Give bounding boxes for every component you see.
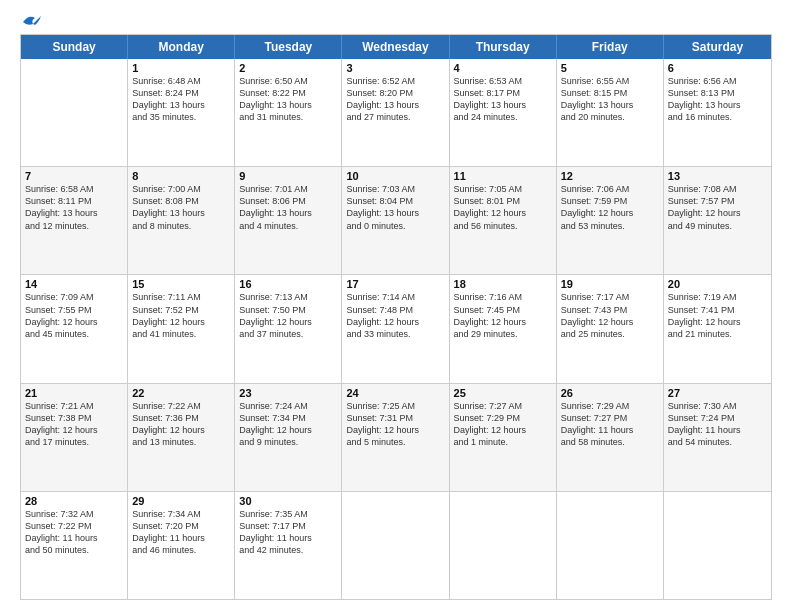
cell-daylight-info: Sunrise: 6:53 AM Sunset: 8:17 PM Dayligh… [454,75,552,124]
cell-daylight-info: Sunrise: 6:48 AM Sunset: 8:24 PM Dayligh… [132,75,230,124]
cell-daylight-info: Sunrise: 7:27 AM Sunset: 7:29 PM Dayligh… [454,400,552,449]
calendar-cell: 20Sunrise: 7:19 AM Sunset: 7:41 PM Dayli… [664,275,771,382]
cell-day-number: 11 [454,170,552,182]
cell-daylight-info: Sunrise: 7:16 AM Sunset: 7:45 PM Dayligh… [454,291,552,340]
calendar-cell: 14Sunrise: 7:09 AM Sunset: 7:55 PM Dayli… [21,275,128,382]
cell-daylight-info: Sunrise: 7:06 AM Sunset: 7:59 PM Dayligh… [561,183,659,232]
cell-day-number: 12 [561,170,659,182]
cell-daylight-info: Sunrise: 7:05 AM Sunset: 8:01 PM Dayligh… [454,183,552,232]
logo-bird-icon [21,12,43,30]
cell-day-number: 26 [561,387,659,399]
cell-day-number: 14 [25,278,123,290]
cell-day-number: 29 [132,495,230,507]
calendar-cell: 12Sunrise: 7:06 AM Sunset: 7:59 PM Dayli… [557,167,664,274]
calendar-cell: 29Sunrise: 7:34 AM Sunset: 7:20 PM Dayli… [128,492,235,599]
cell-day-number: 16 [239,278,337,290]
cell-daylight-info: Sunrise: 6:55 AM Sunset: 8:15 PM Dayligh… [561,75,659,124]
calendar-cell: 5Sunrise: 6:55 AM Sunset: 8:15 PM Daylig… [557,59,664,166]
calendar-cell: 13Sunrise: 7:08 AM Sunset: 7:57 PM Dayli… [664,167,771,274]
calendar-cell: 15Sunrise: 7:11 AM Sunset: 7:52 PM Dayli… [128,275,235,382]
cell-day-number: 22 [132,387,230,399]
header-cell-friday: Friday [557,35,664,59]
cell-daylight-info: Sunrise: 7:11 AM Sunset: 7:52 PM Dayligh… [132,291,230,340]
calendar-cell: 18Sunrise: 7:16 AM Sunset: 7:45 PM Dayli… [450,275,557,382]
cell-day-number: 19 [561,278,659,290]
calendar-cell: 26Sunrise: 7:29 AM Sunset: 7:27 PM Dayli… [557,384,664,491]
cell-day-number: 3 [346,62,444,74]
calendar-row: 1Sunrise: 6:48 AM Sunset: 8:24 PM Daylig… [21,59,771,167]
cell-day-number: 4 [454,62,552,74]
cell-day-number: 8 [132,170,230,182]
page-header [20,16,772,26]
calendar-row: 28Sunrise: 7:32 AM Sunset: 7:22 PM Dayli… [21,492,771,599]
cell-day-number: 27 [668,387,767,399]
calendar-cell: 16Sunrise: 7:13 AM Sunset: 7:50 PM Dayli… [235,275,342,382]
calendar-cell: 3Sunrise: 6:52 AM Sunset: 8:20 PM Daylig… [342,59,449,166]
cell-day-number: 2 [239,62,337,74]
cell-day-number: 21 [25,387,123,399]
cell-day-number: 13 [668,170,767,182]
calendar-cell: 2Sunrise: 6:50 AM Sunset: 8:22 PM Daylig… [235,59,342,166]
cell-day-number: 23 [239,387,337,399]
calendar-cell: 25Sunrise: 7:27 AM Sunset: 7:29 PM Dayli… [450,384,557,491]
cell-daylight-info: Sunrise: 6:50 AM Sunset: 8:22 PM Dayligh… [239,75,337,124]
cell-day-number: 10 [346,170,444,182]
cell-daylight-info: Sunrise: 7:25 AM Sunset: 7:31 PM Dayligh… [346,400,444,449]
calendar-cell: 8Sunrise: 7:00 AM Sunset: 8:08 PM Daylig… [128,167,235,274]
cell-daylight-info: Sunrise: 7:01 AM Sunset: 8:06 PM Dayligh… [239,183,337,232]
cell-daylight-info: Sunrise: 7:24 AM Sunset: 7:34 PM Dayligh… [239,400,337,449]
cell-daylight-info: Sunrise: 7:03 AM Sunset: 8:04 PM Dayligh… [346,183,444,232]
cell-daylight-info: Sunrise: 6:58 AM Sunset: 8:11 PM Dayligh… [25,183,123,232]
logo [20,16,43,26]
cell-daylight-info: Sunrise: 7:09 AM Sunset: 7:55 PM Dayligh… [25,291,123,340]
cell-day-number: 7 [25,170,123,182]
calendar-cell: 6Sunrise: 6:56 AM Sunset: 8:13 PM Daylig… [664,59,771,166]
cell-daylight-info: Sunrise: 7:14 AM Sunset: 7:48 PM Dayligh… [346,291,444,340]
calendar-cell: 24Sunrise: 7:25 AM Sunset: 7:31 PM Dayli… [342,384,449,491]
cell-daylight-info: Sunrise: 7:13 AM Sunset: 7:50 PM Dayligh… [239,291,337,340]
calendar-cell: 23Sunrise: 7:24 AM Sunset: 7:34 PM Dayli… [235,384,342,491]
calendar-cell: 27Sunrise: 7:30 AM Sunset: 7:24 PM Dayli… [664,384,771,491]
cell-daylight-info: Sunrise: 6:52 AM Sunset: 8:20 PM Dayligh… [346,75,444,124]
calendar-cell: 10Sunrise: 7:03 AM Sunset: 8:04 PM Dayli… [342,167,449,274]
cell-daylight-info: Sunrise: 7:32 AM Sunset: 7:22 PM Dayligh… [25,508,123,557]
calendar-cell [342,492,449,599]
calendar-row: 7Sunrise: 6:58 AM Sunset: 8:11 PM Daylig… [21,167,771,275]
calendar-row: 14Sunrise: 7:09 AM Sunset: 7:55 PM Dayli… [21,275,771,383]
cell-day-number: 25 [454,387,552,399]
cell-daylight-info: Sunrise: 7:08 AM Sunset: 7:57 PM Dayligh… [668,183,767,232]
calendar-cell [21,59,128,166]
calendar-row: 21Sunrise: 7:21 AM Sunset: 7:38 PM Dayli… [21,384,771,492]
calendar-header: SundayMondayTuesdayWednesdayThursdayFrid… [21,35,771,59]
cell-daylight-info: Sunrise: 7:30 AM Sunset: 7:24 PM Dayligh… [668,400,767,449]
cell-day-number: 18 [454,278,552,290]
calendar-cell: 22Sunrise: 7:22 AM Sunset: 7:36 PM Dayli… [128,384,235,491]
calendar-cell [557,492,664,599]
calendar-cell: 21Sunrise: 7:21 AM Sunset: 7:38 PM Dayli… [21,384,128,491]
calendar-cell: 28Sunrise: 7:32 AM Sunset: 7:22 PM Dayli… [21,492,128,599]
cell-day-number: 24 [346,387,444,399]
calendar-cell: 9Sunrise: 7:01 AM Sunset: 8:06 PM Daylig… [235,167,342,274]
cell-day-number: 28 [25,495,123,507]
cell-daylight-info: Sunrise: 7:22 AM Sunset: 7:36 PM Dayligh… [132,400,230,449]
header-cell-sunday: Sunday [21,35,128,59]
calendar-cell [664,492,771,599]
calendar-cell: 7Sunrise: 6:58 AM Sunset: 8:11 PM Daylig… [21,167,128,274]
cell-daylight-info: Sunrise: 7:29 AM Sunset: 7:27 PM Dayligh… [561,400,659,449]
calendar-cell: 19Sunrise: 7:17 AM Sunset: 7:43 PM Dayli… [557,275,664,382]
calendar-cell: 17Sunrise: 7:14 AM Sunset: 7:48 PM Dayli… [342,275,449,382]
cell-day-number: 1 [132,62,230,74]
cell-day-number: 6 [668,62,767,74]
calendar-grid: SundayMondayTuesdayWednesdayThursdayFrid… [20,34,772,600]
calendar-body: 1Sunrise: 6:48 AM Sunset: 8:24 PM Daylig… [21,59,771,599]
cell-daylight-info: Sunrise: 7:34 AM Sunset: 7:20 PM Dayligh… [132,508,230,557]
calendar-cell: 30Sunrise: 7:35 AM Sunset: 7:17 PM Dayli… [235,492,342,599]
cell-daylight-info: Sunrise: 7:00 AM Sunset: 8:08 PM Dayligh… [132,183,230,232]
calendar-cell: 4Sunrise: 6:53 AM Sunset: 8:17 PM Daylig… [450,59,557,166]
calendar-cell: 1Sunrise: 6:48 AM Sunset: 8:24 PM Daylig… [128,59,235,166]
calendar-cell: 11Sunrise: 7:05 AM Sunset: 8:01 PM Dayli… [450,167,557,274]
header-cell-thursday: Thursday [450,35,557,59]
header-cell-wednesday: Wednesday [342,35,449,59]
cell-day-number: 20 [668,278,767,290]
cell-day-number: 17 [346,278,444,290]
